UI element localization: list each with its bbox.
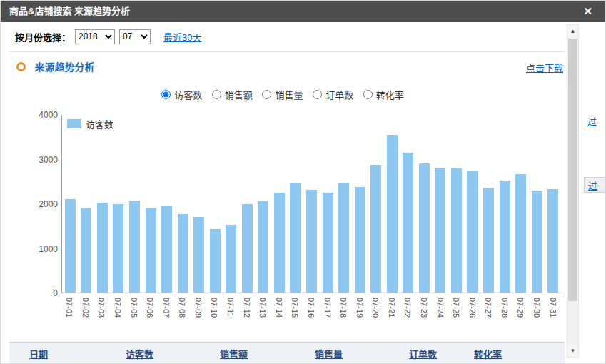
bar-slot	[191, 115, 207, 293]
bar-07-19	[355, 187, 365, 293]
scrollbar-down-icon[interactable]: ▼	[567, 345, 578, 357]
recent-30-days-link[interactable]: 最近30天	[163, 30, 201, 44]
bar-07-15	[290, 183, 301, 293]
x-tick-label: 07-03	[94, 295, 110, 330]
bar-slot	[433, 115, 449, 293]
scrollbar-thumb[interactable]	[568, 39, 577, 301]
bar-slot	[400, 115, 416, 293]
clipped-link-fragment[interactable]: 过	[587, 114, 597, 128]
bar-slot	[126, 115, 143, 293]
radio-sales-volume-label[interactable]: 销售量	[275, 90, 303, 101]
section-header: 来源趋势分析 点击下载	[16, 59, 563, 75]
dialog-title: 商品&店铺搜索 来源趋势分析	[9, 1, 130, 22]
year-select[interactable]: 2018	[75, 29, 115, 44]
x-tick-label: 07-07	[158, 295, 174, 330]
bar-slot	[62, 115, 79, 293]
radio-sales-amount-label[interactable]: 销售额	[225, 90, 253, 101]
table-header-conversion-rate[interactable]: 转化率	[474, 347, 565, 360]
y-tick-label: 1000	[26, 243, 58, 255]
bar-07-27	[483, 188, 494, 293]
x-tick-label: 07-28	[497, 295, 513, 330]
clipped-button-fragment[interactable]: 过	[584, 177, 606, 193]
month-controls: 按月份选择： 2018 07 最近30天	[15, 28, 201, 45]
x-tick-label: 07-21	[384, 295, 400, 330]
radio-conversion-rate-label[interactable]: 转化率	[376, 90, 404, 101]
bar-slot	[335, 115, 352, 293]
x-tick-label: 07-12	[238, 295, 255, 330]
table-header-sales-volume[interactable]: 销售量	[315, 347, 409, 360]
x-tick-label: 07-06	[142, 295, 158, 330]
bar-07-01	[65, 199, 76, 293]
bar-07-03	[97, 203, 108, 293]
bar-slot	[352, 115, 368, 293]
plot-area	[61, 115, 561, 293]
bar-07-22	[403, 153, 413, 293]
table-header-visitors[interactable]: 访客数	[126, 347, 220, 360]
bar-slot	[303, 115, 320, 293]
x-tick-label: 07-22	[400, 295, 416, 330]
section-bullet-icon	[16, 62, 26, 71]
table-header-date[interactable]: 日期	[29, 347, 126, 360]
x-tick-label: 07-20	[368, 295, 384, 330]
radio-orders[interactable]	[313, 90, 322, 99]
x-tick-label: 07-09	[191, 295, 207, 330]
section-title: 来源趋势分析	[34, 61, 94, 73]
x-tick-label: 07-01	[61, 295, 78, 330]
radio-orders-label[interactable]: 订单数	[325, 90, 353, 101]
radio-sales-amount[interactable]	[212, 90, 221, 99]
bar-07-23	[419, 163, 430, 293]
scrollbar-up-icon[interactable]: ▲	[567, 25, 578, 37]
clipped-link-fragment[interactable]: 过	[588, 178, 597, 192]
vertical-scrollbar[interactable]: ▲ ▼	[567, 24, 579, 358]
bar-07-20	[370, 165, 381, 293]
radio-conversion-rate[interactable]	[363, 90, 373, 99]
x-tick-label: 07-04	[110, 295, 126, 330]
x-tick-label: 07-24	[432, 295, 448, 330]
bar-07-18	[338, 183, 349, 293]
bar-slot	[143, 115, 159, 293]
x-tick-label: 07-26	[464, 295, 480, 330]
radio-visitors[interactable]	[161, 90, 171, 99]
x-tick-label: 07-16	[303, 295, 320, 330]
bar-07-12	[242, 204, 253, 293]
y-tick-label: 2000	[26, 198, 58, 210]
radio-sales-volume[interactable]	[262, 90, 271, 99]
download-link[interactable]: 点击下载	[526, 61, 563, 74]
bar-slot	[158, 115, 175, 293]
bar-slot	[384, 115, 400, 293]
trend-analysis-dialog: 商品&店铺搜索 来源趋势分析 ✕ 按月份选择： 2018 07 最近30天 来源…	[0, 0, 606, 364]
bar-07-25	[451, 168, 462, 293]
bar-07-05	[129, 201, 140, 293]
bar-slot	[175, 115, 191, 293]
bar-07-17	[323, 193, 333, 293]
bar-07-10	[210, 229, 221, 293]
x-tick-label: 07-13	[255, 295, 271, 330]
bar-07-24	[435, 168, 445, 293]
bar-07-09	[193, 217, 204, 293]
y-tick-label: 0	[26, 288, 58, 299]
x-tick-label: 07-18	[335, 295, 352, 330]
bar-slot	[529, 115, 545, 293]
bar-slot	[320, 115, 336, 293]
x-tick-label: 07-08	[174, 295, 191, 330]
bar-slot	[288, 115, 304, 293]
bar-slot	[207, 115, 223, 293]
x-tick-label: 07-05	[126, 295, 142, 330]
y-axis: 4000 3000 2000 1000 0	[26, 109, 58, 299]
bar-slot	[448, 115, 465, 293]
table-header-sales-amount[interactable]: 销售额	[220, 347, 315, 360]
table-header-orders[interactable]: 订单数	[409, 347, 474, 360]
x-axis-labels: 07-0107-0207-0307-0407-0507-0607-0707-08…	[61, 295, 561, 330]
bar-07-04	[113, 204, 123, 293]
radio-visitors-label[interactable]: 访客数	[174, 90, 202, 101]
bar-07-30	[532, 191, 542, 293]
bar-slot	[497, 115, 513, 293]
bar-07-13	[258, 201, 268, 293]
bar-slot	[368, 115, 384, 293]
month-select[interactable]: 07	[119, 29, 151, 44]
bar-slot	[545, 115, 561, 293]
x-tick-label: 07-19	[351, 295, 368, 330]
close-icon[interactable]: ✕	[583, 5, 592, 18]
bar-slot	[256, 115, 272, 293]
x-tick-label: 07-27	[480, 295, 497, 330]
